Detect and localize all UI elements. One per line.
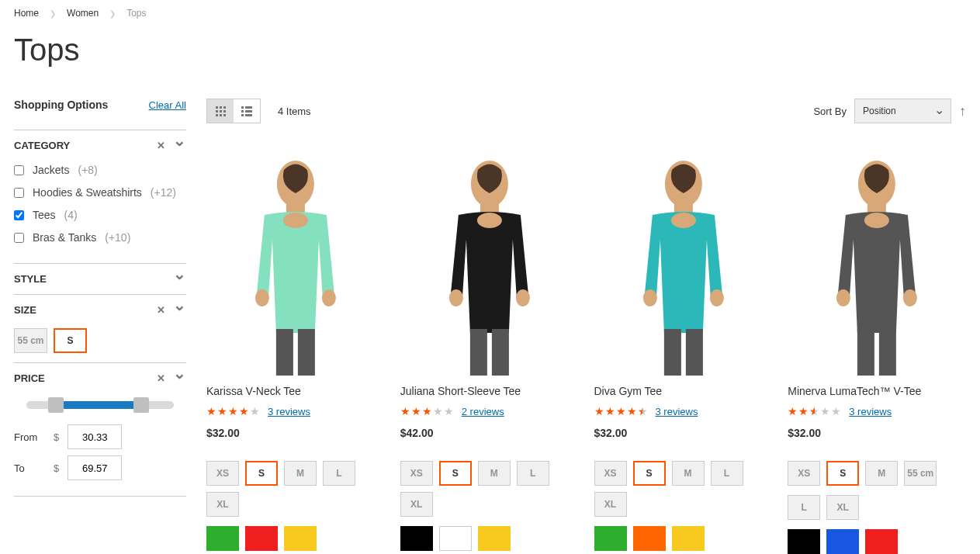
chevron-down-icon[interactable]: [173, 273, 186, 285]
item-count: 4 Items: [278, 106, 311, 117]
product-color-swatch[interactable]: [439, 526, 472, 551]
product-rating: ★★★★★: [788, 405, 841, 417]
product-color-swatch[interactable]: [672, 526, 705, 551]
price-slider-min-thumb[interactable]: [48, 397, 64, 413]
filter-sidebar: Shopping Options Clear All CATEGORY Jack…: [14, 99, 186, 554]
sort-select[interactable]: Position: [854, 99, 951, 123]
product-color-swatch[interactable]: [478, 526, 511, 551]
filter-category: CATEGORY Jackets (+8)Hoodies & Sweatshir…: [14, 130, 186, 263]
category-checkbox[interactable]: [14, 188, 24, 198]
product-size-swatch[interactable]: XS: [400, 461, 433, 486]
filter-size-toggle[interactable]: SIZE: [14, 304, 186, 316]
chevron-down-icon[interactable]: [173, 140, 186, 151]
product-color-swatch[interactable]: [284, 526, 317, 551]
product-rating: ★★★★★: [594, 405, 648, 417]
product-color-swatch[interactable]: [865, 529, 898, 554]
product-image[interactable]: [594, 154, 773, 376]
category-checkbox[interactable]: [14, 233, 24, 243]
product-size-swatch[interactable]: XL: [206, 492, 239, 517]
product-size-swatch[interactable]: L: [323, 461, 355, 486]
category-label: Bras & Tanks: [33, 231, 96, 244]
filter-price-toggle[interactable]: PRICE: [14, 372, 186, 384]
product-size-swatch[interactable]: XL: [826, 495, 859, 520]
category-option[interactable]: Jackets (+8): [14, 164, 186, 176]
product-reviews-link[interactable]: 3 reviews: [849, 406, 892, 417]
price-slider[interactable]: [26, 401, 174, 409]
list-view-button[interactable]: [234, 99, 260, 123]
price-to-label: To: [14, 462, 45, 474]
clear-all-filters[interactable]: Clear All: [149, 99, 186, 111]
grid-view-button[interactable]: [207, 99, 234, 123]
product-size-swatch[interactable]: XS: [788, 461, 820, 486]
category-option[interactable]: Bras & Tanks (+10): [14, 231, 186, 244]
product-size-swatch[interactable]: M: [478, 461, 511, 486]
product-size-swatch[interactable]: M: [865, 461, 898, 486]
product-size-swatch[interactable]: M: [284, 461, 317, 486]
close-icon[interactable]: [157, 304, 165, 316]
star-icon: ★: [422, 405, 432, 417]
size-swatch-55cm[interactable]: 55 cm: [14, 328, 47, 353]
toolbar: 4 Items Sort By Position ↑: [206, 99, 966, 123]
product-size-swatch[interactable]: S: [633, 461, 666, 486]
product-image[interactable]: [206, 154, 385, 376]
chevron-down-icon[interactable]: [173, 372, 186, 384]
product-size-swatch[interactable]: L: [517, 461, 549, 486]
product-size-swatch[interactable]: 55 cm: [904, 461, 937, 486]
product-size-swatch[interactable]: L: [711, 461, 743, 486]
star-empty-icon: ★: [820, 405, 830, 417]
price-to-input[interactable]: [68, 455, 122, 480]
product-reviews-link[interactable]: 3 reviews: [268, 406, 310, 417]
product-size-swatch[interactable]: M: [672, 461, 705, 486]
filter-size: SIZE 55 cm S: [14, 294, 186, 362]
product-name[interactable]: Minerva LumaTech™ V-Tee: [788, 385, 966, 397]
price-from-input[interactable]: [68, 424, 122, 449]
sort-direction-button[interactable]: ↑: [959, 103, 966, 119]
product-color-swatch[interactable]: [206, 526, 239, 551]
product-size-swatch[interactable]: XL: [400, 492, 433, 517]
view-mode-switcher: [206, 99, 261, 123]
product-size-swatch[interactable]: S: [439, 461, 472, 486]
product-size-swatch[interactable]: L: [788, 495, 820, 520]
product-size-swatch[interactable]: XL: [594, 492, 627, 517]
product-size-swatch[interactable]: XS: [206, 461, 239, 486]
product-price: $32.00: [206, 427, 385, 439]
product-name[interactable]: Juliana Short-Sleeve Tee: [400, 385, 579, 397]
filter-style-toggle[interactable]: STYLE: [14, 273, 186, 285]
svg-point-13: [516, 289, 530, 306]
product-size-swatch[interactable]: XS: [594, 461, 627, 486]
chevron-down-icon[interactable]: [173, 304, 186, 316]
filter-category-toggle[interactable]: CATEGORY: [14, 140, 186, 151]
star-empty-icon: ★: [433, 405, 443, 417]
product-grid: Karissa V-Neck Tee ★★★★★ 3 reviews $32.0…: [206, 154, 966, 554]
product-image[interactable]: [400, 154, 579, 376]
product-size-swatch[interactable]: S: [245, 461, 278, 486]
product-reviews-link[interactable]: 3 reviews: [656, 406, 698, 417]
product-size-swatch[interactable]: S: [826, 461, 859, 486]
category-option[interactable]: Tees (4): [14, 209, 186, 221]
product-name[interactable]: Karissa V-Neck Tee: [206, 385, 385, 397]
category-checkbox[interactable]: [14, 210, 24, 220]
close-icon[interactable]: [157, 372, 165, 384]
product-color-swatch[interactable]: [400, 526, 433, 551]
size-swatch-s[interactable]: S: [54, 328, 87, 353]
list-icon: [241, 106, 252, 116]
product-color-swatch[interactable]: [633, 526, 666, 551]
category-checkbox[interactable]: [14, 165, 24, 175]
svg-rect-25: [879, 329, 896, 376]
product-color-swatch[interactable]: [245, 526, 278, 551]
svg-point-2: [283, 213, 308, 228]
product-color-swatch[interactable]: [594, 526, 627, 551]
price-slider-max-thumb[interactable]: [133, 397, 149, 413]
star-half-icon: ★: [638, 405, 648, 417]
product-name[interactable]: Diva Gym Tee: [594, 385, 773, 397]
category-label: Jackets: [33, 164, 69, 176]
breadcrumb-home[interactable]: Home: [14, 8, 39, 19]
category-option[interactable]: Hoodies & Sweatshirts (+12): [14, 186, 186, 199]
product-reviews-link[interactable]: 2 reviews: [462, 406, 504, 417]
product-color-swatch[interactable]: [788, 529, 820, 554]
product-color-swatch[interactable]: [826, 529, 859, 554]
product-image[interactable]: [788, 154, 966, 376]
breadcrumb-women[interactable]: Women: [67, 8, 99, 19]
star-half-icon: ★: [809, 405, 819, 417]
close-icon[interactable]: [157, 140, 165, 151]
